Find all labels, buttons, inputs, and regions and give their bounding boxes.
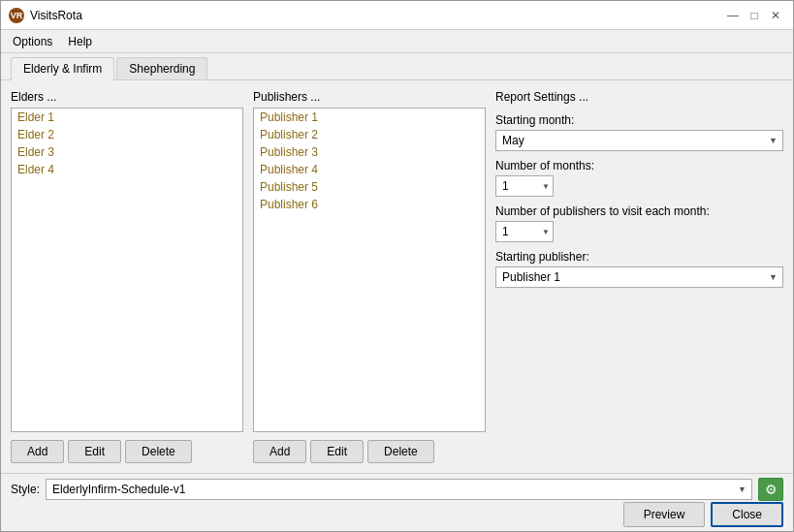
tab-elderly-infirm[interactable]: Elderly & Infirm (11, 57, 114, 80)
tabs: Elderly & Infirm Shepherding (1, 53, 793, 80)
starting-month-label: Starting month: (495, 113, 783, 127)
elder-item[interactable]: Elder 4 (12, 161, 242, 178)
elders-list[interactable]: Elder 1 Elder 2 Elder 3 Elder 4 (11, 108, 243, 432)
elders-edit-button[interactable]: Edit (68, 440, 121, 463)
footer: Style: ElderlyInfirm-Schedule-v1 ⚙ Previ… (1, 473, 793, 531)
main-window: VR VisitsRota — □ ✕ Options Help Elderly… (0, 0, 794, 532)
num-publishers-wrapper: 12345 (495, 221, 554, 242)
publishers-panel: Publishers ... Publisher 1 Publisher 2 P… (253, 90, 486, 463)
num-publishers-row: Number of publishers to visit each month… (495, 204, 783, 242)
action-buttons: Preview Close (11, 502, 783, 527)
starting-month-row: Starting month: JanuaryFebruaryMarchApri… (495, 113, 783, 151)
publishers-buttons: Add Edit Delete (253, 440, 486, 463)
tab-shepherding[interactable]: Shepherding (116, 57, 207, 79)
style-row: Style: ElderlyInfirm-Schedule-v1 ⚙ (11, 478, 783, 501)
elder-item[interactable]: Elder 1 (12, 109, 242, 126)
window-controls: — □ ✕ (723, 6, 785, 25)
elder-item[interactable]: Elder 2 (12, 126, 242, 143)
settings-title: Report Settings ... (495, 90, 783, 104)
title-bar-left: VR VisitsRota (9, 8, 82, 23)
title-bar: VR VisitsRota — □ ✕ (1, 1, 793, 30)
starting-publisher-label: Starting publisher: (495, 250, 783, 264)
elders-add-button[interactable]: Add (11, 440, 64, 463)
menu-options[interactable]: Options (5, 33, 60, 50)
close-button[interactable]: Close (711, 502, 783, 527)
elders-delete-button[interactable]: Delete (125, 440, 192, 463)
num-publishers-control: 12345 (495, 221, 783, 242)
starting-month-select[interactable]: JanuaryFebruaryMarchAprilMayJuneJulyAugu… (495, 130, 783, 151)
elders-buttons: Add Edit Delete (11, 440, 243, 463)
minimize-button[interactable]: — (723, 6, 743, 25)
starting-month-wrapper: JanuaryFebruaryMarchAprilMayJuneJulyAugu… (495, 130, 783, 151)
publisher-item[interactable]: Publisher 1 (254, 109, 485, 126)
publisher-item[interactable]: Publisher 2 (254, 126, 485, 143)
publishers-add-button[interactable]: Add (253, 440, 306, 463)
publishers-delete-button[interactable]: Delete (367, 440, 434, 463)
num-months-wrapper: 123456 (495, 175, 554, 197)
style-select-wrapper: ElderlyInfirm-Schedule-v1 (46, 479, 752, 500)
style-select[interactable]: ElderlyInfirm-Schedule-v1 (46, 479, 752, 500)
publisher-item[interactable]: Publisher 4 (254, 161, 485, 178)
publisher-item[interactable]: Publisher 3 (254, 143, 485, 161)
starting-publisher-select[interactable]: Publisher 1Publisher 2Publisher 3Publish… (495, 266, 783, 288)
publishers-title: Publishers ... (253, 90, 486, 104)
menu-help[interactable]: Help (60, 33, 100, 50)
close-window-button[interactable]: ✕ (766, 6, 785, 25)
num-publishers-label: Number of publishers to visit each month… (495, 204, 783, 218)
menubar: Options Help (1, 30, 793, 53)
publishers-list[interactable]: Publisher 1 Publisher 2 Publisher 3 Publ… (253, 108, 486, 432)
elders-title: Elders ... (11, 90, 243, 104)
settings-panel: Report Settings ... Starting month: Janu… (495, 90, 783, 463)
publishers-edit-button[interactable]: Edit (310, 440, 364, 463)
num-publishers-select[interactable]: 12345 (495, 221, 554, 242)
window-title: VisitsRota (30, 9, 82, 22)
starting-publisher-row: Starting publisher: Publisher 1Publisher… (495, 250, 783, 288)
maximize-button[interactable]: □ (745, 6, 764, 25)
num-months-label: Number of months: (495, 159, 783, 172)
style-label: Style: (11, 483, 40, 496)
num-months-row: Number of months: 123456 (495, 159, 783, 197)
gear-button[interactable]: ⚙ (758, 478, 783, 501)
publisher-item[interactable]: Publisher 6 (254, 196, 485, 213)
starting-publisher-wrapper: Publisher 1Publisher 2Publisher 3Publish… (495, 266, 783, 288)
main-content: Elders ... Elder 1 Elder 2 Elder 3 Elder… (1, 80, 793, 473)
num-months-control: 123456 (495, 175, 783, 197)
elders-panel: Elders ... Elder 1 Elder 2 Elder 3 Elder… (11, 90, 243, 463)
app-icon: VR (9, 8, 24, 23)
elder-item[interactable]: Elder 3 (12, 143, 242, 161)
preview-button[interactable]: Preview (623, 502, 706, 527)
num-months-select[interactable]: 123456 (495, 175, 554, 197)
publisher-item[interactable]: Publisher 5 (254, 178, 485, 196)
